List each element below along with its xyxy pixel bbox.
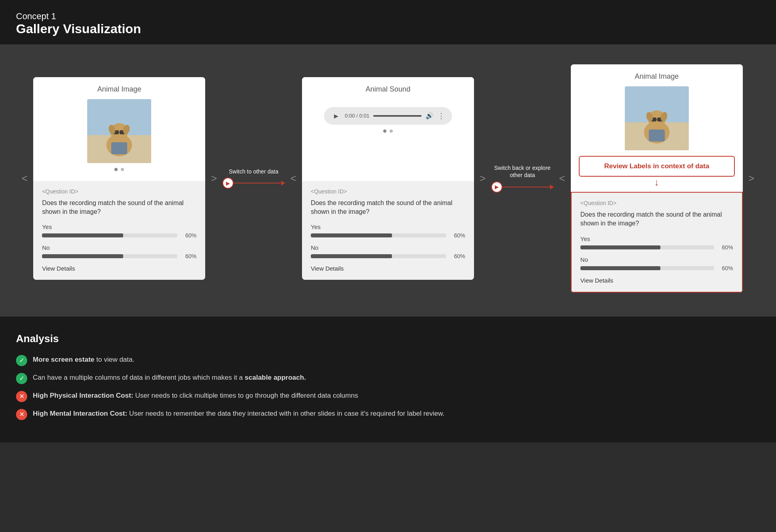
card2-play-btn[interactable]: ▶ — [331, 111, 341, 121]
analysis-item-1: ✓ More screen estate to view data. — [16, 355, 760, 366]
card1-label-yes: Yes 60% — [42, 223, 196, 239]
review-label-box[interactable]: Review Labels in context of data — [579, 156, 735, 177]
card1-dots — [114, 163, 124, 174]
card2-media: Animal Sound ▶ 0:00 / 0:01 🔊 ⋮ — [302, 77, 474, 181]
card3-question-id: <Question ID> — [580, 200, 733, 206]
connector1-arrow: ▶ — [222, 177, 284, 189]
card-2: Animal Sound ▶ 0:00 / 0:01 🔊 ⋮ <Question — [302, 77, 474, 280]
review-label-text: Review Labels in context of data — [587, 162, 727, 170]
card1-label-yes-pct: 60% — [181, 232, 196, 239]
card1-media-title: Animal Image — [97, 85, 141, 94]
card2-media-title: Animal Sound — [366, 85, 410, 94]
card1-nav-right[interactable]: > — [205, 168, 222, 189]
card3-nav-right[interactable]: > — [743, 168, 760, 189]
analysis-text-1: More screen estate to view data. — [33, 355, 134, 365]
card3-label-no: No 60% — [580, 256, 733, 271]
card2-more-icon[interactable]: ⋮ — [438, 112, 445, 120]
card2-label-no-pct: 60% — [450, 253, 465, 259]
connector1-circle: ▶ — [222, 177, 234, 189]
concept-label: Concept 1 — [16, 11, 760, 22]
card3-label-yes-pct: 60% — [718, 244, 733, 251]
check-icon-2: ✓ — [16, 373, 27, 384]
card3-media: Animal Image — [571, 64, 743, 192]
card2-nav-left[interactable]: < — [285, 168, 302, 189]
card-1: Animal Image — [33, 77, 205, 280]
connector2-arrow: ▶ — [491, 181, 553, 193]
review-arrow-down: ↓ — [654, 177, 659, 187]
card2-question-id: <Question ID> — [311, 188, 465, 195]
connector1-label: Switch to other data — [229, 168, 278, 175]
card3-label-no-name: No — [580, 256, 733, 263]
card3-media-title: Animal Image — [635, 72, 679, 81]
connector-1: Switch to other data ▶ — [222, 168, 284, 189]
analysis-text-2: Can have a multiple columns of data in d… — [33, 373, 306, 383]
card-3: Animal Image — [571, 64, 743, 293]
card1-question-id: <Question ID> — [42, 188, 196, 195]
card1-dog-image — [87, 99, 151, 163]
connector-2: Switch back or explore other data ▶ — [491, 164, 553, 192]
card-wrapper-3: < Animal Image — [554, 64, 760, 293]
card2-dots — [383, 125, 393, 136]
analysis-item-3: ✕ High Physical Interaction Cost: User n… — [16, 391, 760, 402]
main-content: < Animal Image — [0, 44, 776, 317]
card2-label-yes: Yes 60% — [311, 223, 465, 239]
x-icon-2: ✕ — [16, 409, 27, 420]
svg-rect-10 — [111, 142, 127, 154]
card2-view-details[interactable]: View Details — [311, 265, 465, 272]
header: Concept 1 Gallery Visualization — [0, 0, 776, 44]
card1-label-no: No 60% — [42, 244, 196, 259]
card3-dog-image — [625, 86, 689, 150]
card1-labels: <Question ID> Does the recording match t… — [33, 181, 205, 280]
connector2-circle: ▶ — [491, 181, 502, 193]
connector2-line — [502, 187, 553, 187]
card1-view-details[interactable]: View Details — [42, 265, 196, 272]
card1-nav-left[interactable]: < — [16, 168, 33, 189]
analysis-title: Analysis — [16, 333, 760, 345]
connector2-label: Switch back or explore other data — [491, 164, 553, 179]
card-wrapper-2: < Animal Sound ▶ 0:00 / 0:01 🔊 ⋮ — [285, 77, 491, 280]
card2-label-no-name: No — [311, 244, 465, 251]
card1-label-no-pct: 60% — [181, 253, 196, 259]
connector1-line — [234, 183, 284, 183]
card3-question-text: Does the recording match the sound of th… — [580, 210, 733, 228]
analysis-item-2: ✓ Can have a multiple columns of data in… — [16, 373, 760, 384]
card-wrapper-1: < Animal Image — [16, 77, 222, 280]
card2-question-text: Does the recording match the sound of th… — [311, 199, 465, 217]
card2-nav-right[interactable]: > — [474, 168, 491, 189]
card3-view-details[interactable]: View Details — [580, 277, 733, 284]
card3-label-no-pct: 60% — [718, 265, 733, 271]
gallery-row: < Animal Image — [16, 64, 760, 293]
card2-label-yes-name: Yes — [311, 223, 465, 230]
card2-progress-bar[interactable] — [373, 115, 422, 117]
card2-volume-icon[interactable]: 🔊 — [426, 112, 434, 120]
card3-label-yes: Yes 60% — [580, 235, 733, 251]
card3-labels: <Question ID> Does the recording match t… — [571, 192, 743, 293]
card1-label-yes-name: Yes — [42, 223, 196, 230]
card1-media: Animal Image — [33, 77, 205, 181]
analysis-section: Analysis ✓ More screen estate to view da… — [0, 317, 776, 442]
card3-nav-left[interactable]: < — [554, 168, 571, 189]
x-icon-1: ✕ — [16, 391, 27, 402]
svg-rect-21 — [649, 130, 665, 141]
card2-audio-player[interactable]: ▶ 0:00 / 0:01 🔊 ⋮ — [324, 107, 452, 125]
card2-labels: <Question ID> Does the recording match t… — [302, 181, 474, 280]
card2-label-no: No 60% — [311, 244, 465, 259]
analysis-text-4: High Mental Interaction Cost: User needs… — [33, 408, 444, 419]
card2-time-label: 0:00 / 0:01 — [345, 113, 369, 119]
card2-label-yes-pct: 60% — [450, 232, 465, 239]
card1-question-text: Does the recording match the sound of th… — [42, 199, 196, 217]
card1-label-no-name: No — [42, 244, 196, 251]
analysis-text-3: High Physical Interaction Cost: User nee… — [33, 391, 358, 401]
page-title: Gallery Visualization — [16, 22, 760, 36]
analysis-item-4: ✕ High Mental Interaction Cost: User nee… — [16, 408, 760, 420]
check-icon-1: ✓ — [16, 355, 27, 366]
card3-label-yes-name: Yes — [580, 235, 733, 242]
